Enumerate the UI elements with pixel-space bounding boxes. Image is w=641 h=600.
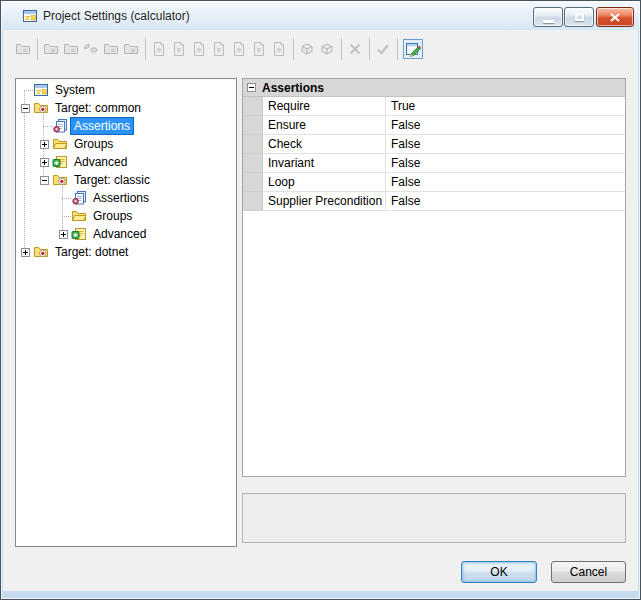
- assertions-icon: [71, 190, 87, 206]
- tree-item-assertions-common[interactable]: Assertions: [16, 117, 236, 135]
- tree-item-label[interactable]: Advanced: [71, 154, 130, 170]
- property-value[interactable]: True: [386, 97, 625, 116]
- tree-item-assertions-classic[interactable]: Assertions: [16, 189, 236, 207]
- property-row[interactable]: Supplier Precondition False: [243, 192, 625, 211]
- folder-picture-icon: [63, 41, 79, 57]
- close-icon: [610, 13, 620, 22]
- property-name: Supplier Precondition: [263, 192, 386, 211]
- property-value[interactable]: False: [386, 192, 625, 211]
- dialog-client-area: System Target: common Assertions Groups: [3, 30, 638, 591]
- maximize-icon: [575, 13, 584, 21]
- tree-item-label[interactable]: Groups: [71, 136, 116, 152]
- expand-toggle[interactable]: [21, 248, 30, 257]
- close-button[interactable]: [596, 7, 634, 27]
- tree-item-label-selected[interactable]: Assertions: [71, 118, 133, 134]
- folder-dot-icon: [43, 41, 59, 57]
- tree-item-system[interactable]: System: [16, 81, 236, 99]
- row-gutter: [243, 97, 263, 116]
- row-gutter: [243, 173, 263, 192]
- tree-item-label[interactable]: Advanced: [90, 226, 149, 242]
- tree-item-label[interactable]: Target: dotnet: [52, 244, 131, 260]
- expand-toggle[interactable]: [40, 158, 49, 167]
- target-icon: [33, 244, 49, 260]
- settings-tree: System Target: common Assertions Groups: [15, 78, 237, 547]
- category-collapse-toggle[interactable]: [247, 83, 256, 92]
- property-row[interactable]: Loop False: [243, 173, 625, 192]
- document-h-icon: [151, 41, 167, 57]
- property-grid: Assertions Require True Ensure False Che…: [242, 78, 626, 477]
- row-gutter: [243, 116, 263, 135]
- minimize-icon: [543, 20, 554, 23]
- collapse-toggle[interactable]: [21, 104, 30, 113]
- tree-item-groups-common[interactable]: Groups: [16, 135, 236, 153]
- property-name: Require: [263, 97, 386, 116]
- property-name: Invariant: [263, 154, 386, 173]
- groups-folder-icon: [52, 136, 68, 152]
- tree-item-label[interactable]: Target: classic: [71, 172, 153, 188]
- document-remove-icon: [271, 41, 287, 57]
- advanced-icon: [52, 154, 68, 170]
- property-row[interactable]: Check False: [243, 135, 625, 154]
- tree-item-advanced-classic[interactable]: Advanced: [16, 225, 236, 243]
- groups-folder-icon: [71, 208, 87, 224]
- folder-target-icon: [15, 41, 31, 57]
- toolbar-separator: [341, 38, 342, 60]
- toolbar: [3, 30, 638, 67]
- tree-item-label[interactable]: Target: common: [52, 100, 144, 116]
- cancel-button[interactable]: Cancel: [551, 561, 626, 583]
- description-panel: [242, 493, 626, 543]
- document-arrow-icon: [251, 41, 267, 57]
- document-plus-icon: [211, 41, 227, 57]
- toolbar-separator: [37, 38, 38, 60]
- toolbar-separator: [397, 38, 398, 60]
- row-gutter: [243, 135, 263, 154]
- edit-pencil-icon[interactable]: [403, 39, 423, 59]
- property-name: Loop: [263, 173, 386, 192]
- row-gutter: [243, 192, 263, 211]
- cube-add-icon: [319, 41, 335, 57]
- property-row[interactable]: Invariant False: [243, 154, 625, 173]
- property-row[interactable]: Require True: [243, 97, 625, 116]
- cube-icon: [299, 41, 315, 57]
- ok-button[interactable]: OK: [461, 561, 537, 583]
- row-gutter: [243, 154, 263, 173]
- tree-item-label[interactable]: System: [52, 82, 98, 98]
- project-settings-icon: [22, 8, 38, 24]
- collapse-toggle[interactable]: [40, 176, 49, 185]
- tree-item-target-common[interactable]: Target: common: [16, 99, 236, 117]
- documents-picture-icon: [231, 41, 247, 57]
- apply-edit-icon: [375, 41, 391, 57]
- property-value[interactable]: False: [386, 173, 625, 192]
- advanced-icon: [71, 226, 87, 242]
- property-value[interactable]: False: [386, 154, 625, 173]
- property-row[interactable]: Ensure False: [243, 116, 625, 135]
- folder-assembly-icon: [123, 41, 139, 57]
- property-name: Ensure: [263, 116, 386, 135]
- link-icon: [83, 41, 99, 57]
- minimize-button[interactable]: [533, 7, 563, 27]
- maximize-button[interactable]: [564, 7, 594, 27]
- document-c-icon: [171, 41, 187, 57]
- folder-library-icon: [103, 41, 119, 57]
- assertions-icon: [52, 118, 68, 134]
- property-category-header: Assertions: [243, 79, 625, 97]
- toolbar-separator: [145, 38, 146, 60]
- category-title: Assertions: [262, 81, 324, 95]
- target-icon: [33, 100, 49, 116]
- tree-item-advanced-common[interactable]: Advanced: [16, 153, 236, 171]
- property-value[interactable]: False: [386, 135, 625, 154]
- tree-item-target-dotnet[interactable]: Target: dotnet: [16, 243, 236, 261]
- delete-icon: [347, 41, 363, 57]
- expand-toggle[interactable]: [59, 230, 68, 239]
- property-value[interactable]: False: [386, 116, 625, 135]
- window-title: Project Settings (calculator): [43, 9, 190, 23]
- tree-item-groups-classic[interactable]: Groups: [16, 207, 236, 225]
- toolbar-separator: [369, 38, 370, 60]
- target-icon: [52, 172, 68, 188]
- tree-item-label[interactable]: Groups: [90, 208, 135, 224]
- document-add-icon: [191, 41, 207, 57]
- tree-item-target-classic[interactable]: Target: classic: [16, 171, 236, 189]
- tree-item-label[interactable]: Assertions: [90, 190, 152, 206]
- expand-toggle[interactable]: [40, 140, 49, 149]
- project-settings-window: Project Settings (calculator): [0, 0, 641, 600]
